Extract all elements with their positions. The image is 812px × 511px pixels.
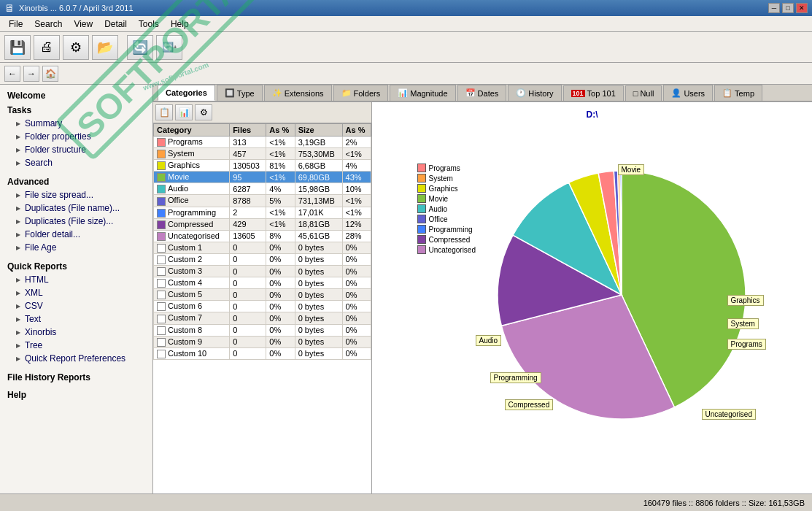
tab-history[interactable]: 🕐 History xyxy=(508,85,561,101)
table-row[interactable]: Custom 8 0 0% 0 bytes 0% xyxy=(154,324,371,336)
folders-icon: 📁 xyxy=(341,88,352,98)
close-button[interactable]: ✕ xyxy=(796,3,808,13)
sidebar-item-dup-name[interactable]: Duplicates (File name)... xyxy=(0,201,152,215)
sidebar-item-file-size-spread[interactable]: File size spread... xyxy=(0,188,152,201)
chart-callout-label: Compressed xyxy=(505,399,554,410)
forward-button[interactable]: → xyxy=(23,66,39,82)
tab-top101-label: Top 101 xyxy=(587,89,616,98)
sidebar-item-csv[interactable]: CSV xyxy=(0,299,152,312)
users-icon: 👤 xyxy=(671,88,681,98)
col-files[interactable]: Files xyxy=(230,124,266,137)
table-btn-3[interactable]: ⚙ xyxy=(195,104,212,120)
minimize-button[interactable]: ─ xyxy=(768,3,780,13)
print-button[interactable]: 🖨 xyxy=(34,35,60,60)
tab-users[interactable]: 👤 Users xyxy=(663,85,713,101)
settings-button[interactable]: ⚙ xyxy=(63,35,89,60)
sidebar-item-text[interactable]: Text xyxy=(0,312,152,326)
col-pct2[interactable]: As % xyxy=(342,124,371,137)
table-row[interactable]: Custom 9 0 0% 0 bytes 0% xyxy=(154,336,371,347)
tab-magnitude[interactable]: 📊 Magnitude xyxy=(390,85,455,101)
table-scroll[interactable]: Category Files As % Size As % Programs 3… xyxy=(153,123,371,493)
back-button[interactable]: ← xyxy=(4,66,20,82)
tab-folders-label: Folders xyxy=(354,89,381,98)
table-row[interactable]: Office 8788 5% 731,13MB <1% xyxy=(154,195,371,207)
tab-null[interactable]: □ Null xyxy=(625,85,662,101)
chart-title: D:\ xyxy=(587,110,598,120)
tab-type-label: Type xyxy=(237,89,255,98)
col-size[interactable]: Size xyxy=(295,124,342,137)
tabs-bar: Categories 🔲 Type ✨ Extensions 📁 Folders… xyxy=(153,85,812,102)
menu-tools[interactable]: Tools xyxy=(133,18,165,31)
tab-type[interactable]: 🔲 Type xyxy=(217,85,263,101)
sidebar-item-quick-report-prefs[interactable]: Quick Report Preferences xyxy=(0,352,152,365)
refresh2-button[interactable]: 🔄+ xyxy=(156,35,182,60)
table-row[interactable]: System 457 <1% 753,30MB <1% xyxy=(154,148,371,160)
col-category[interactable]: Category xyxy=(154,124,230,137)
tab-dates[interactable]: 📅 Dates xyxy=(457,85,507,101)
table-row[interactable]: Custom 1 0 0% 0 bytes 0% xyxy=(154,242,371,253)
table-row[interactable]: Custom 6 0 0% 0 bytes 0% xyxy=(154,301,371,312)
table-row[interactable]: Custom 10 0 0% 0 bytes 0% xyxy=(154,347,371,359)
categories-label: Categories xyxy=(166,88,207,97)
chart-callout-label: Graphics xyxy=(727,295,764,306)
maximize-button[interactable]: □ xyxy=(782,3,794,13)
sidebar-item-folder-detail[interactable]: Folder detail... xyxy=(0,228,152,241)
sidebar-item-file-age[interactable]: File Age xyxy=(0,241,152,254)
sidebar-item-html[interactable]: HTML xyxy=(0,273,152,286)
content-area: Categories 🔲 Type ✨ Extensions 📁 Folders… xyxy=(153,85,812,493)
categories-table: Category Files As % Size As % Programs 3… xyxy=(153,123,371,360)
col-pct1[interactable]: As % xyxy=(266,124,295,137)
sidebar-item-folder-properties[interactable]: Folder properties xyxy=(0,130,152,143)
tab-users-label: Users xyxy=(684,89,705,98)
status-text: 160479 files :: 8806 folders :: Size: 16… xyxy=(643,499,805,507)
temp-icon: 📋 xyxy=(722,88,732,98)
table-row[interactable]: Compressed 429 <1% 18,81GB 12% xyxy=(154,218,371,230)
table-row[interactable]: Programming 2 <1% 17,01K <1% xyxy=(154,207,371,218)
sidebar-item-dup-size[interactable]: Duplicates (File size)... xyxy=(0,215,152,228)
sidebar-item-xml[interactable]: XML xyxy=(0,286,152,299)
tab-folders[interactable]: 📁 Folders xyxy=(333,85,389,101)
refresh-button[interactable]: 🔄 xyxy=(127,35,153,60)
table-row[interactable]: Custom 4 0 0% 0 bytes 0% xyxy=(154,277,371,289)
table-row[interactable]: Custom 3 0 0% 0 bytes 0% xyxy=(154,266,371,277)
tab-extensions-label: Extensions xyxy=(285,89,324,98)
table-row[interactable]: Custom 5 0 0% 0 bytes 0% xyxy=(154,289,371,301)
table-row[interactable]: Audio 6287 4% 15,98GB 10% xyxy=(154,183,371,195)
tab-top101[interactable]: 101 Top 101 xyxy=(563,85,624,101)
table-row[interactable]: Graphics 130503 81% 6,68GB 4% xyxy=(154,160,371,172)
table-btn-1[interactable]: 📋 xyxy=(155,104,173,120)
tab-temp[interactable]: 📋 Temp xyxy=(714,85,762,101)
menubar: File Search View Detail Tools Help xyxy=(0,16,812,32)
quick-reports-header: Quick Reports xyxy=(0,258,152,273)
menu-file[interactable]: File xyxy=(3,18,28,31)
sidebar-item-xinorbis[interactable]: Xinorbis xyxy=(0,326,152,339)
menu-view[interactable]: View xyxy=(68,18,98,31)
sidebar-item-folder-structure[interactable]: Folder structure xyxy=(0,143,152,156)
home-button[interactable]: 🏠 xyxy=(42,66,58,82)
main-area: Welcome Tasks Summary Folder properties … xyxy=(0,85,812,493)
tab-extensions[interactable]: ✨ Extensions xyxy=(264,85,332,101)
navbar: ← → 🏠 xyxy=(0,63,812,85)
menu-help[interactable]: Help xyxy=(165,18,195,31)
table-row[interactable]: Uncategorised 13605 8% 45,61GB 28% xyxy=(154,230,371,242)
advanced-header: Advanced xyxy=(0,174,152,188)
sidebar-item-search[interactable]: Search xyxy=(0,156,152,169)
open-button[interactable]: 📂 xyxy=(92,35,118,60)
table-btn-2[interactable]: 📊 xyxy=(175,104,193,120)
window-title: Xinorbis ... 6.0.7 / April 3rd 2011 xyxy=(19,4,134,12)
save-button[interactable]: 💾 xyxy=(4,35,31,60)
table-row[interactable]: Custom 7 0 0% 0 bytes 0% xyxy=(154,312,371,324)
statusbar: 160479 files :: 8806 folders :: Size: 16… xyxy=(0,493,812,511)
sidebar-item-summary[interactable]: Summary xyxy=(0,117,152,130)
tab-categories[interactable]: Categories xyxy=(158,85,215,101)
menu-search[interactable]: Search xyxy=(28,18,68,31)
toolbar: 💾 🖨 ⚙ 📂 🔄 🔄+ SOFTPORTAL www.softportal.c… xyxy=(0,32,812,63)
null-icon: □ xyxy=(633,89,638,98)
sidebar: Welcome Tasks Summary Folder properties … xyxy=(0,85,153,493)
table-row[interactable]: Programs 313 <1% 3,19GB 2% xyxy=(154,137,371,148)
table-row[interactable]: Movie 95 <1% 69,80GB 43% xyxy=(154,172,371,183)
table-row[interactable]: Custom 2 0 0% 0 bytes 0% xyxy=(154,253,371,265)
chart-callout-label: Programs xyxy=(727,339,766,350)
sidebar-item-tree[interactable]: Tree xyxy=(0,339,152,352)
menu-detail[interactable]: Detail xyxy=(98,18,133,31)
